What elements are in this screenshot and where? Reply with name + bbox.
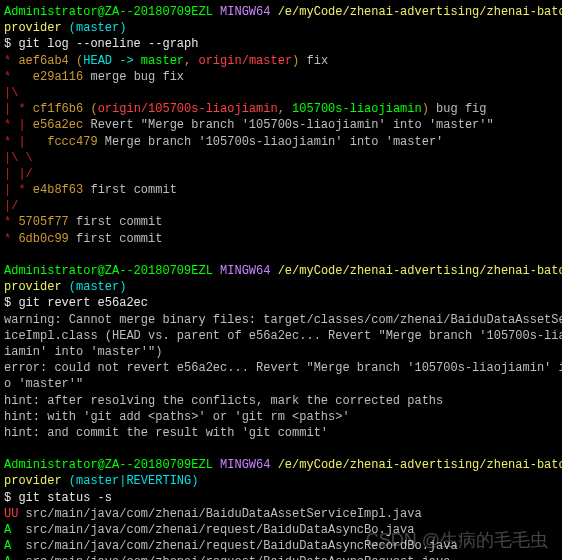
cwd: /e/myCode/zhenai-advertising/zhenai-batc… — [278, 5, 562, 19]
command[interactable]: $ git revert e56a2ec — [4, 295, 558, 311]
error-line: o 'master'" — [4, 376, 558, 392]
command[interactable]: $ git status -s — [4, 490, 558, 506]
commit-hash: fccc479 — [47, 135, 97, 149]
error-line: error: could not revert e56a2ec... Rever… — [4, 360, 558, 376]
prompt-line: Administrator@ZA--20180709EZL MINGW64 /e… — [4, 457, 558, 473]
status-row: A src/main/java/com/zhenai/request/Baidu… — [4, 522, 558, 538]
status-row: A src/main/java/com/zhenai/request/Baidu… — [4, 538, 558, 554]
commit-hash: 6db0c99 — [18, 232, 68, 246]
commit-hash: e4b8f63 — [33, 183, 83, 197]
log-row: * 6db0c99 first commit — [4, 231, 558, 247]
commit-hash: e56a2ec — [33, 118, 83, 132]
warn-line: iceImpl.class (HEAD vs. parent of e56a2e… — [4, 328, 558, 344]
prompt-line: Administrator@ZA--20180709EZL MINGW64 /e… — [4, 263, 558, 279]
hint-line: hint: with 'git add <paths>' or 'git rm … — [4, 409, 558, 425]
log-row: * e29a116 merge bug fix — [4, 69, 558, 85]
log-graph: |\ \ — [4, 150, 558, 166]
prompt-line2: provider (master) — [4, 20, 558, 36]
log-row: * aef6ab4 (HEAD -> master, origin/master… — [4, 53, 558, 69]
commit-hash: aef6ab4 — [18, 54, 68, 68]
status-row: UU src/main/java/com/zhenai/BaiduDataAss… — [4, 506, 558, 522]
log-row: | * cf1f6b6 (origin/105700s-liaojiamin, … — [4, 101, 558, 117]
warn-line: iamin' into 'master'") — [4, 344, 558, 360]
status-code: A — [4, 523, 18, 537]
commit-hash: e29a116 — [33, 70, 83, 84]
status-row: A src/main/java/com/zhenai/request/Baidu… — [4, 554, 558, 560]
log-graph: |/ — [4, 198, 558, 214]
status-code: UU — [4, 507, 18, 521]
log-graph: | |/ — [4, 166, 558, 182]
log-row: * | fccc479 Merge branch '105700s-liaoji… — [4, 134, 558, 150]
prompt-line2: provider (master) — [4, 279, 558, 295]
command[interactable]: $ git log --oneline --graph — [4, 36, 558, 52]
prompt-line2: provider (master|REVERTING) — [4, 473, 558, 489]
log-row: * 5705f77 first commit — [4, 214, 558, 230]
shell-tag: MINGW64 — [220, 5, 270, 19]
commit-hash: 5705f77 — [18, 215, 68, 229]
blank — [4, 441, 558, 457]
prompt-line: Administrator@ZA--20180709EZL MINGW64 /e… — [4, 4, 558, 20]
log-graph: |\ — [4, 85, 558, 101]
hint-line: hint: and commit the result with 'git co… — [4, 425, 558, 441]
warn-line: warning: Cannot merge binary files: targ… — [4, 312, 558, 328]
log-row: | * e4b8f63 first commit — [4, 182, 558, 198]
user-host: Administrator@ZA--20180709EZL — [4, 5, 213, 19]
status-code: A — [4, 555, 18, 560]
branch: (master) — [69, 21, 127, 35]
blank — [4, 247, 558, 263]
hint-line: hint: after resolving the conflicts, mar… — [4, 393, 558, 409]
status-code: A — [4, 539, 18, 553]
log-row: * | e56a2ec Revert "Merge branch '105700… — [4, 117, 558, 133]
commit-hash: cf1f6b6 — [33, 102, 83, 116]
